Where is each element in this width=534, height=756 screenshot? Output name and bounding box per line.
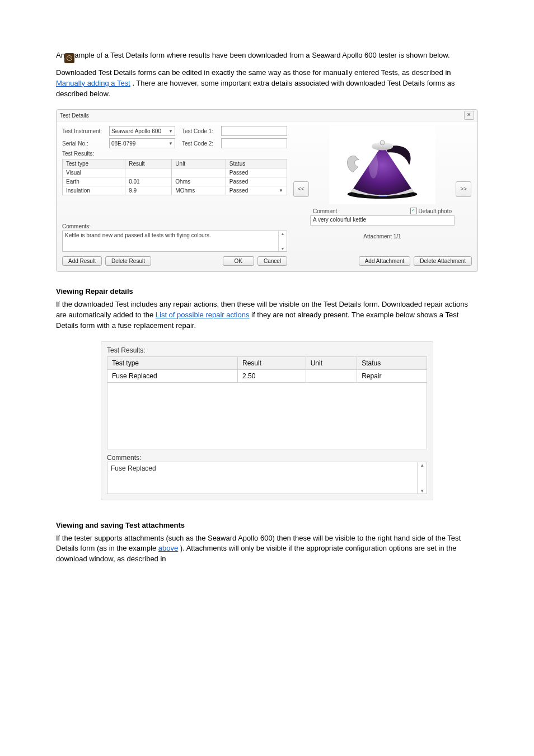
close-icon[interactable]: ✕ bbox=[464, 111, 474, 120]
col-testtype[interactable]: Test type bbox=[107, 356, 238, 369]
checkbox-icon: ✓ bbox=[410, 208, 417, 214]
label-results: Test Results: bbox=[62, 151, 106, 157]
label-comments: Comments: bbox=[62, 223, 287, 229]
heading-repairs: Viewing Repair details bbox=[56, 287, 478, 297]
heading-attachments: Viewing and saving Test attachments bbox=[56, 520, 478, 531]
label-instrument: Test Instrument: bbox=[62, 128, 106, 134]
table-row[interactable]: Insulation 9.9 MOhms Passed▼ bbox=[63, 186, 287, 195]
intro-para: An example of a Test Details form where … bbox=[56, 50, 478, 61]
app-icon bbox=[64, 53, 74, 63]
delete-result-button[interactable]: Delete Result bbox=[105, 256, 151, 266]
label-att-comment: Comment bbox=[313, 208, 337, 214]
cell: Visual bbox=[63, 168, 125, 177]
dialog-title: Test Details bbox=[60, 112, 89, 119]
cell: 0.01 bbox=[125, 177, 172, 186]
scrollbar[interactable]: ▴▾ bbox=[278, 231, 287, 251]
col-testtype[interactable]: Test type bbox=[63, 159, 125, 168]
cell: Repair bbox=[357, 369, 427, 382]
cell bbox=[306, 369, 357, 382]
instrument-value: Seaward Apollo 600 bbox=[111, 128, 161, 134]
svg-point-5 bbox=[380, 140, 385, 145]
cell: Passed bbox=[229, 187, 248, 194]
label-comments2: Comments: bbox=[107, 454, 427, 462]
testcode1-input[interactable] bbox=[221, 126, 287, 136]
label-results2: Test Results: bbox=[107, 346, 427, 354]
cell: Passed bbox=[226, 168, 287, 177]
col-unit[interactable]: Unit bbox=[306, 356, 357, 369]
delete-attachment-button[interactable]: Delete Attachment bbox=[414, 256, 472, 266]
cell: 9.9 bbox=[125, 186, 172, 195]
section-repairs: Viewing Repair details If the downloaded… bbox=[56, 287, 478, 331]
attachment-image bbox=[329, 126, 435, 204]
repair-results-table: Test type Result Unit Status Fuse Replac… bbox=[107, 356, 427, 449]
next-attachment-button[interactable]: >> bbox=[456, 181, 471, 197]
test-details-dialog: Test Details ✕ Test Instrument: Seaward … bbox=[56, 109, 478, 272]
serial-value: 08E-0799 bbox=[111, 140, 135, 147]
cell bbox=[172, 168, 226, 177]
testcode2-input[interactable] bbox=[221, 138, 287, 148]
default-photo-label: Default photo bbox=[419, 208, 452, 214]
ok-button[interactable]: OK bbox=[223, 256, 254, 266]
table-row[interactable]: Earth 0.01 Ohms Passed bbox=[63, 177, 287, 186]
empty-space bbox=[107, 382, 427, 449]
col-result[interactable]: Result bbox=[238, 356, 306, 369]
scrollbar[interactable]: ▴▾ bbox=[417, 462, 427, 494]
cell: Fuse Replaced bbox=[107, 369, 238, 382]
link-above[interactable]: above bbox=[158, 544, 178, 552]
serial-select[interactable]: 08E-0799 ▼ bbox=[109, 138, 175, 148]
label-tc2: Test Code 2: bbox=[182, 140, 218, 147]
cell: Insulation bbox=[63, 186, 125, 195]
intro-para2: Downloaded Test Details forms can be edi… bbox=[56, 68, 478, 100]
svg-point-0 bbox=[67, 56, 72, 61]
cell: Ohms bbox=[172, 177, 226, 186]
cell: Passed bbox=[226, 177, 287, 186]
comments2-value: Fuse Replaced bbox=[111, 464, 156, 472]
cell bbox=[125, 168, 172, 177]
instrument-select[interactable]: Seaward Apollo 600 ▼ bbox=[109, 126, 175, 136]
cell: 2.50 bbox=[238, 369, 306, 382]
col-result[interactable]: Result bbox=[125, 159, 172, 168]
table-row[interactable]: Visual Passed bbox=[63, 168, 287, 177]
t: Downloaded Test Details forms can be edi… bbox=[56, 68, 451, 77]
chevron-down-icon: ▼ bbox=[168, 129, 173, 134]
comments-textarea[interactable]: Kettle is brand new and passed all tests… bbox=[62, 231, 287, 252]
cell: Earth bbox=[63, 177, 125, 186]
attach-para: If the tester supports attachments (such… bbox=[56, 533, 478, 565]
link-manual-adding-test[interactable]: Manually adding a Test bbox=[56, 79, 130, 87]
col-unit[interactable]: Unit bbox=[172, 159, 226, 168]
col-status[interactable]: Status bbox=[226, 159, 287, 168]
svg-point-6 bbox=[369, 152, 378, 179]
repairs-para: If the downloaded Test includes any repa… bbox=[56, 299, 478, 331]
chevron-down-icon: ▼ bbox=[168, 141, 173, 146]
default-photo-checkbox[interactable]: ✓ Default photo bbox=[410, 208, 452, 214]
results-table: Test type Result Unit Status Visual Pass… bbox=[62, 159, 287, 195]
add-attachment-button[interactable]: Add Attachment bbox=[359, 256, 411, 266]
prev-attachment-button[interactable]: << bbox=[293, 181, 309, 197]
repair-results-panel: Test Results: Test type Result Unit Stat… bbox=[101, 341, 433, 500]
table-row[interactable]: Fuse Replaced 2.50 Repair bbox=[107, 369, 427, 382]
label-tc1: Test Code 1: bbox=[182, 128, 218, 134]
cell: MOhms bbox=[172, 186, 226, 195]
body-text: An example of a Test Details form where … bbox=[56, 50, 478, 99]
link-repair-actions-list[interactable]: List of possible repair actions bbox=[156, 311, 250, 319]
section-attachments: Viewing and saving Test attachments If t… bbox=[56, 520, 478, 565]
attachment-comment-input[interactable]: A very colourful kettle bbox=[310, 215, 455, 226]
chevron-down-icon[interactable]: ▼ bbox=[279, 188, 283, 193]
add-result-button[interactable]: Add Result bbox=[62, 256, 102, 266]
cancel-button[interactable]: Cancel bbox=[257, 256, 287, 266]
label-serial: Serial No.: bbox=[62, 140, 106, 147]
attachment-count: Attachment 1/1 bbox=[363, 233, 401, 240]
comments2-textarea[interactable]: Fuse Replaced ▴▾ bbox=[107, 462, 427, 494]
comments-value: Kettle is brand new and passed all tests… bbox=[65, 232, 211, 238]
col-status[interactable]: Status bbox=[357, 356, 427, 369]
